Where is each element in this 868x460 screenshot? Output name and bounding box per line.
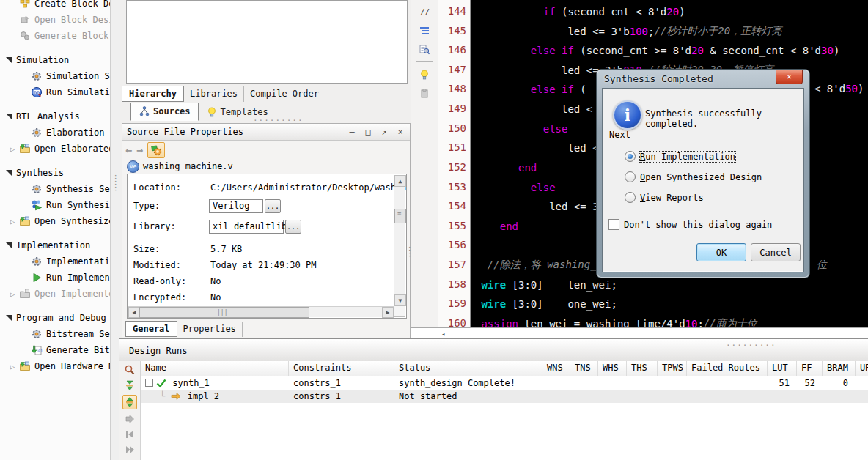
col-header-tns[interactable]: TNS xyxy=(570,361,598,376)
col-header-wns[interactable]: WNS xyxy=(542,361,570,376)
run-row-impl_2[interactable]: └ impl_2constrs_1Not started xyxy=(141,390,868,403)
radio-run-implementation[interactable]: Run Implementation xyxy=(625,151,735,162)
library-input[interactable]: xil_defaultlib xyxy=(209,220,284,234)
tab-libraries[interactable]: Libraries xyxy=(184,86,244,102)
nav-item-bitstream-setti[interactable]: Bitstream Setti xyxy=(0,326,110,342)
dont-show-again-checkbox[interactable]: Don't show this dialog again xyxy=(608,219,772,230)
section-collapse-icon[interactable] xyxy=(6,57,12,63)
scroll-right-icon[interactable]: ▶ xyxy=(382,307,394,318)
panel-titlebar[interactable]: Source File Properties –□↗× xyxy=(122,124,410,141)
property-row: Size:5.7 KB xyxy=(128,242,406,256)
horizontal-scrollbar[interactable]: ◀ ▶ xyxy=(128,306,394,317)
comment-button[interactable]: // xyxy=(419,4,430,18)
radio-icon[interactable] xyxy=(625,171,636,182)
checkbox-icon[interactable] xyxy=(608,219,619,230)
back-button[interactable]: ← xyxy=(125,143,132,157)
editor-hscrollbar[interactable]: ◂ xyxy=(411,327,868,339)
section-collapse-icon[interactable] xyxy=(6,242,12,248)
radio-open-synthesized-design[interactable]: Open Synthesized Design xyxy=(625,171,762,182)
col-header-bram[interactable]: BRAM xyxy=(823,361,856,376)
skip-back-button[interactable] xyxy=(124,429,136,440)
nav-item-open-synthesize[interactable]: ▷Open Synthesize xyxy=(0,213,110,229)
bulb-button[interactable] xyxy=(419,67,430,81)
scroll-left-icon[interactable]: ◂ xyxy=(441,330,445,338)
section-collapse-icon[interactable] xyxy=(6,315,12,321)
col-header-name[interactable]: Name xyxy=(141,361,289,376)
close-icon[interactable]: ✕ xyxy=(776,70,803,84)
forward-button[interactable]: → xyxy=(136,143,143,157)
col-header-lut[interactable]: LUT xyxy=(768,361,797,376)
col-header-uram[interactable]: URAM xyxy=(856,361,868,376)
tab-hierarchy[interactable]: Hierarchy xyxy=(122,86,184,102)
nav-section-rtl-analysis[interactable]: RTL Analysis xyxy=(0,108,110,125)
col-header-constraints[interactable]: Constraints xyxy=(289,361,394,376)
indent-button[interactable] xyxy=(419,23,430,37)
search-button[interactable] xyxy=(124,364,136,376)
scroll-left-icon[interactable]: ◀ xyxy=(128,307,140,318)
col-header-ths[interactable]: THS xyxy=(627,361,658,376)
vertical-scrollbar[interactable]: ▲ ▼ xyxy=(394,175,405,306)
float-icon[interactable]: ↗ xyxy=(379,127,389,137)
nav-item-run-synthesis[interactable]: Run Synthesis xyxy=(0,197,110,213)
panel-splitter-grip-icon[interactable]: ···· xyxy=(408,246,411,258)
clipboard-button[interactable] xyxy=(419,86,430,100)
ffwd-button[interactable] xyxy=(124,444,136,456)
scroll-thumb[interactable] xyxy=(394,209,406,223)
scroll-down-icon[interactable]: ▼ xyxy=(394,294,406,306)
col-header-ff[interactable]: FF xyxy=(797,361,823,376)
scroll-thumb[interactable] xyxy=(139,307,309,318)
sources-icon xyxy=(139,105,150,117)
tab-properties[interactable]: Properties xyxy=(177,322,243,337)
flow-navigator: Create Block DeOpen Block DesiGenerate B… xyxy=(0,0,110,460)
minimize-icon[interactable]: – xyxy=(347,127,357,137)
ok-button[interactable]: OK xyxy=(696,243,746,261)
close-icon[interactable]: × xyxy=(395,127,405,137)
nav-item-run-simulation[interactable]: Run Simulation xyxy=(0,84,110,100)
scroll-up-icon[interactable]: ▲ xyxy=(394,175,406,187)
step-arrow-button[interactable] xyxy=(124,413,136,425)
expand-all-button[interactable] xyxy=(124,379,136,391)
nav-item-run-implementat[interactable]: Run Implementat xyxy=(0,270,110,286)
collapse-all-button[interactable] xyxy=(122,395,137,409)
nav-section-program-and-debug[interactable]: Program and Debug xyxy=(0,310,110,326)
sources-tree-area[interactable] xyxy=(126,0,408,84)
nav-item-generate-bitstr[interactable]: 101Generate Bitstr xyxy=(0,342,110,358)
col-header-whs[interactable]: WHS xyxy=(598,361,627,376)
viewtab-sources[interactable]: Sources xyxy=(130,103,199,121)
nav-item-implementation[interactable]: Implementation xyxy=(0,253,110,270)
type-input[interactable]: Verilog xyxy=(209,199,263,213)
nav-item-open-hardware-m[interactable]: ▷Open Hardware M xyxy=(0,358,110,374)
col-header-tpws[interactable]: TPWS xyxy=(658,361,687,376)
nav-section-simulation[interactable]: Simulation xyxy=(0,52,110,68)
radio-view-reports[interactable]: View Reports xyxy=(625,192,704,203)
expand-icon[interactable] xyxy=(145,379,153,387)
nav-item-elaboration-set[interactable]: Elaboration Set xyxy=(0,125,110,141)
expander-icon[interactable]: ▷ xyxy=(10,145,19,153)
nav-item-open-elaborated[interactable]: ▷Open Elaborated xyxy=(0,141,110,157)
radio-icon[interactable] xyxy=(625,192,636,203)
nav-section-synthesis[interactable]: Synthesis xyxy=(0,165,110,181)
tab-compile-order[interactable]: Compile Order xyxy=(244,86,326,102)
run-row-synth_1[interactable]: synth_1constrs_1synth_design Complete!51… xyxy=(141,376,868,390)
maximize-icon[interactable]: □ xyxy=(363,127,373,137)
cancel-button[interactable]: Cancel xyxy=(751,243,801,261)
nav-item-create-block-de[interactable]: Create Block De xyxy=(0,0,110,12)
findrep-button[interactable] xyxy=(419,42,430,56)
radio-icon[interactable] xyxy=(625,151,636,162)
browse-button[interactable]: ... xyxy=(285,220,301,234)
section-collapse-icon[interactable] xyxy=(6,114,12,119)
col-header-status[interactable]: Status xyxy=(394,361,542,376)
expander-icon[interactable]: ▷ xyxy=(10,290,19,298)
nav-item-simulation-sett[interactable]: Simulation Sett xyxy=(0,68,110,84)
drag-handle-icon[interactable]: ········· xyxy=(726,341,776,350)
settings-button[interactable] xyxy=(147,142,165,158)
col-header-failed-routes[interactable]: Failed Routes xyxy=(687,361,768,376)
expander-icon[interactable]: ▷ xyxy=(10,363,19,371)
expander-icon[interactable]: ▷ xyxy=(10,218,19,226)
nav-item-synthesis-setti[interactable]: Synthesis Setti xyxy=(0,181,110,197)
browse-button[interactable]: ... xyxy=(265,199,281,213)
selected-file-row[interactable]: ve washing_machine.v xyxy=(122,159,410,174)
section-collapse-icon[interactable] xyxy=(6,170,12,176)
tab-general[interactable]: General xyxy=(125,321,177,337)
nav-section-implementation[interactable]: Implementation xyxy=(0,237,110,253)
